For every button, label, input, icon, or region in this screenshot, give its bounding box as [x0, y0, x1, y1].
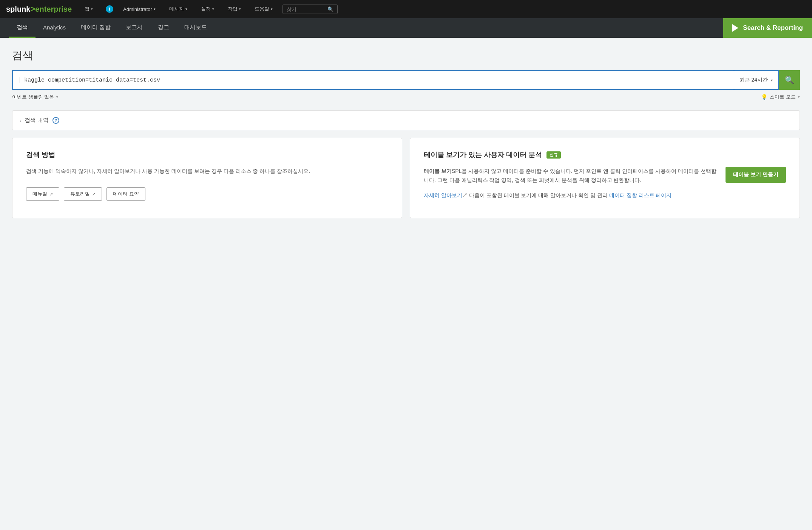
- search-tips-buttons: 매뉴얼 ↗ 튜토리얼 ↗ 데이터 요약: [26, 187, 388, 201]
- secondary-navigation: 검색 Analytics 데이터 집합 보고서 경고 대시보드 Search &…: [0, 18, 812, 38]
- search-bar-container: 최근 24시간 ▾ 🔍: [12, 70, 800, 90]
- tab-dashboards[interactable]: 대시보드: [177, 18, 215, 38]
- tab-reports[interactable]: 보고서: [118, 18, 150, 38]
- app-menu-label: 앱: [85, 6, 90, 12]
- table-view-body: 테이블 보기SPL을 사용하지 않고 데이터를 준비할 수 있습니다. 먼저 포…: [424, 167, 786, 206]
- history-label: 검색 내역: [25, 117, 49, 124]
- user-menu-label: Administrator: [123, 6, 152, 12]
- messages-label: 메시지: [169, 6, 184, 12]
- app-menu[interactable]: 앱 ▾: [81, 4, 97, 14]
- create-table-view-button[interactable]: 테이블 보기 만들기: [726, 167, 786, 183]
- tab-dashboards-label: 대시보드: [184, 24, 207, 31]
- tab-analytics[interactable]: Analytics: [36, 18, 73, 38]
- top-navigation: splunk>enterprise 앱 ▾ i Administrator ▾ …: [0, 0, 812, 18]
- global-search-input[interactable]: [287, 6, 324, 12]
- logo-enterprise-text: enterprise: [35, 5, 72, 14]
- main-content: 검색 최근 24시간 ▾ 🔍 이벤트 샘플링 없음 ▾ 💡 스마트 모드 ▾ ›…: [0, 38, 812, 229]
- app-play-icon: [732, 24, 738, 32]
- tab-datasets[interactable]: 데이터 집합: [73, 18, 118, 38]
- table-view-title: 테이블 보기가 있는 사용자 데이터 분석: [424, 150, 542, 159]
- tab-alerts-label: 경고: [158, 24, 169, 31]
- table-view-desc-part1: SPL을 사용하지 않고 데이터를 준비할 수 있습니다. 먼저 포인트 앤 클…: [424, 168, 716, 183]
- data-summary-button[interactable]: 데이터 요약: [107, 187, 145, 201]
- table-view-text: 테이블 보기SPL을 사용하지 않고 데이터를 준비할 수 있습니다. 먼저 포…: [424, 167, 716, 206]
- tab-reports-label: 보고서: [126, 24, 143, 31]
- manual-button-label: 매뉴얼: [32, 191, 47, 197]
- logo-arrow: >: [30, 4, 35, 14]
- smart-mode-label: 스마트 모드: [770, 94, 796, 100]
- table-view-desc-part2: 다음이 포함된 테이블 보기에 대해 알아보거나 확인 및 관리: [469, 192, 608, 198]
- search-input-wrapper: [12, 70, 734, 90]
- history-toggle[interactable]: › 검색 내역: [20, 117, 49, 124]
- data-summary-button-label: 데이터 요약: [113, 191, 139, 197]
- settings-menu[interactable]: 설정 ▾: [197, 4, 218, 14]
- cards-row: 검색 방법 검색 기능에 익숙하지 않거나, 자세히 알아보거나 사용 가능한 …: [12, 138, 800, 218]
- activity-chevron-icon: ▾: [239, 7, 241, 11]
- table-view-links: 자세히 알아보기↗ 다음이 포함된 테이블 보기에 대해 알아보거나 확인 및 …: [424, 191, 716, 200]
- help-label: 도움말: [255, 6, 269, 12]
- smart-mode-chevron-icon: ▾: [798, 95, 800, 99]
- search-button[interactable]: 🔍: [779, 70, 800, 90]
- options-row: 이벤트 샘플링 없음 ▾ 💡 스마트 모드 ▾: [12, 90, 800, 104]
- user-menu[interactable]: Administrator ▾: [119, 5, 159, 14]
- manual-button[interactable]: 매뉴얼 ↗: [26, 187, 59, 201]
- user-menu-chevron-icon: ▾: [154, 7, 156, 11]
- tutorial-external-icon: ↗: [92, 192, 96, 197]
- sampling-label: 이벤트 샘플링 없음: [12, 94, 54, 100]
- tab-analytics-label: Analytics: [43, 24, 66, 31]
- help-menu[interactable]: 도움말 ▾: [251, 4, 276, 14]
- help-chevron-icon: ▾: [271, 7, 273, 11]
- sampling-dropdown[interactable]: 이벤트 샘플링 없음 ▾: [12, 94, 58, 100]
- tutorial-button-label: 튜토리얼: [70, 191, 90, 197]
- smart-mode-dropdown[interactable]: 💡 스마트 모드 ▾: [761, 94, 800, 100]
- search-tips-title: 검색 방법: [26, 150, 388, 159]
- table-view-header: 테이블 보기가 있는 사용자 데이터 분석 신규: [424, 150, 786, 159]
- learn-more-link[interactable]: 자세히 알아보기: [424, 192, 462, 198]
- search-tips-body: 검색 기능에 익숙하지 않거나, 자세히 알아보거나 사용 가능한 데이터를 보…: [26, 167, 388, 175]
- settings-chevron-icon: ▾: [212, 7, 214, 11]
- history-chevron-icon: ›: [20, 118, 22, 123]
- time-picker-label: 최근 24시간: [739, 77, 768, 83]
- app-header-button[interactable]: Search & Reporting: [723, 18, 812, 38]
- tab-alerts[interactable]: 경고: [150, 18, 177, 38]
- settings-label: 설정: [201, 6, 211, 12]
- new-badge: 신규: [546, 151, 561, 159]
- datasets-list-link[interactable]: 데이터 집합 리스트 페이지: [609, 192, 672, 198]
- tab-search[interactable]: 검색: [9, 18, 36, 38]
- table-view-description: 테이블 보기SPL을 사용하지 않고 데이터를 준비할 수 있습니다. 먼저 포…: [424, 167, 716, 185]
- tutorial-button[interactable]: 튜토리얼 ↗: [64, 187, 102, 201]
- history-help-icon[interactable]: ?: [52, 117, 59, 124]
- tab-datasets-label: 데이터 집합: [81, 24, 111, 31]
- learn-more-icon: ↗: [462, 192, 468, 198]
- search-button-icon: 🔍: [785, 75, 794, 85]
- table-view-bold: 테이블 보기: [424, 168, 452, 174]
- global-search-icon: 🔍: [327, 6, 333, 12]
- activity-label: 작업: [228, 6, 238, 12]
- page-title: 검색: [12, 48, 800, 63]
- logo-splunk-text: splunk: [6, 5, 30, 14]
- manual-external-icon: ↗: [49, 192, 53, 197]
- tab-search-label: 검색: [17, 24, 28, 31]
- top-nav-right: i Administrator ▾ 메시지 ▾ 설정 ▾ 작업 ▾ 도움말 ▾ …: [106, 4, 338, 14]
- time-picker[interactable]: 최근 24시간 ▾: [734, 70, 779, 90]
- search-tips-card: 검색 방법 검색 기능에 익숙하지 않거나, 자세히 알아보거나 사용 가능한 …: [12, 138, 402, 218]
- app-name-label: Search & Reporting: [743, 24, 803, 32]
- time-picker-chevron-icon: ▾: [771, 78, 773, 82]
- global-search-box[interactable]: 🔍: [283, 5, 338, 14]
- app-menu-chevron-icon: ▾: [91, 7, 93, 11]
- splunk-logo[interactable]: splunk>enterprise: [6, 4, 72, 14]
- messages-menu[interactable]: 메시지 ▾: [165, 4, 191, 14]
- activity-menu[interactable]: 작업 ▾: [224, 4, 245, 14]
- sampling-chevron-icon: ▾: [56, 95, 58, 99]
- bulb-icon: 💡: [761, 94, 767, 100]
- search-input[interactable]: [17, 77, 729, 83]
- messages-chevron-icon: ▾: [185, 7, 187, 11]
- table-view-card: 테이블 보기가 있는 사용자 데이터 분석 신규 테이블 보기SPL을 사용하지…: [410, 138, 800, 218]
- search-history-panel: › 검색 내역 ?: [12, 110, 800, 130]
- info-icon[interactable]: i: [106, 5, 113, 13]
